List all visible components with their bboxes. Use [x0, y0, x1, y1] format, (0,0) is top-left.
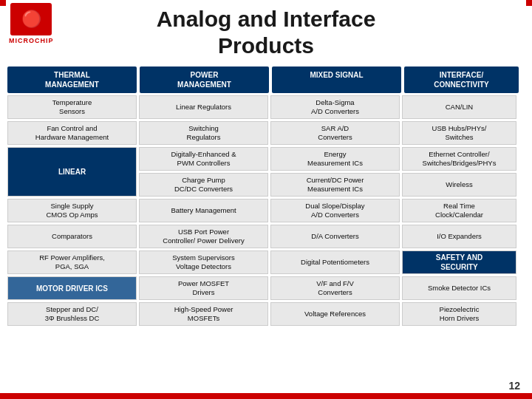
page-title: Analog and Interface Products: [157, 6, 376, 59]
header: 🔴 MICROCHIP Analog and Interface Product…: [0, 0, 532, 64]
cell-system-supervisors: System SupervisorsVoltage Detectors: [139, 250, 268, 274]
cell-smoke-detector: Smoke Detector ICs: [402, 276, 516, 300]
page: 🔴 MICROCHIP Analog and Interface Product…: [0, 0, 532, 399]
cell-digital-pots: Digital Potentiometers: [270, 250, 400, 274]
page-number: 12: [508, 380, 520, 392]
logo-text: MICROCHIP: [9, 37, 54, 44]
data-grid: TemperatureSensors Linear Regulators Del…: [7, 95, 523, 326]
cell-charge-pump: Charge PumpDC/DC Converters: [139, 173, 268, 197]
cell-pwm-controllers: Digitally-Enhanced &PWM Controllers: [139, 147, 268, 171]
cell-ethernet: Ethernet Controller/Switches/Bridges/PHY…: [402, 147, 516, 171]
cell-battery-management: Battery Management: [139, 199, 268, 222]
cell-energy-measurement: EnergyMeasurement ICs: [270, 147, 400, 171]
cell-rtc: Real TimeClock/Calendar: [402, 199, 516, 222]
cell-dual-slope: Dual Slope/DisplayA/D Converters: [270, 199, 400, 222]
cell-switching-regulators: SwitchingRegulators: [139, 121, 268, 145]
cell-dac: D/A Converters: [270, 225, 400, 248]
column-headers: THERMALMANAGEMENT POWERMANAGEMENT MIXED …: [7, 66, 523, 93]
cell-canlin: CAN/LIN: [402, 95, 516, 119]
cell-voltage-references: Voltage References: [270, 302, 400, 326]
microchip-icon: 🔴: [21, 10, 41, 29]
cell-comparators: Comparators: [7, 225, 137, 248]
cell-wireless: Wireless: [402, 173, 516, 197]
cell-linear-header: LINEAR: [7, 147, 137, 197]
cell-current-measurement: Current/DC PowerMeasurement ICs: [270, 173, 400, 197]
cell-motor-driver: MOTOR DRIVER ICs: [7, 276, 137, 300]
col-header-interface: INTERFACE/CONNECTIVITY: [404, 66, 519, 93]
cell-usb-power: USB Port PowerController/ Power Delivery: [139, 225, 268, 248]
cell-stepper-dc: Stepper and DC/3Φ Brushless DC: [7, 302, 137, 326]
logo-area: 🔴 MICROCHIP: [9, 3, 54, 44]
col-header-thermal: THERMALMANAGEMENT: [7, 66, 137, 93]
cell-mosfet-drivers: Power MOSFETDrivers: [139, 276, 268, 300]
cell-delta-sigma: Delta-SigmaA/D Converters: [270, 95, 400, 119]
cell-fan-control: Fan Control andHardware Management: [7, 121, 137, 145]
cell-high-speed-mosfets: High-Speed PowerMOSFETs: [139, 302, 268, 326]
cell-temperature-sensors: TemperatureSensors: [7, 95, 137, 119]
main-content: THERMALMANAGEMENT POWERMANAGEMENT MIXED …: [0, 64, 532, 336]
cell-piezoelectric: PiezoelectricHorn Drivers: [402, 302, 516, 326]
cell-usb-hubs: USB Hubs/PHYs/Switches: [402, 121, 516, 145]
cell-rf-amplifiers: RF Power Amplifiers,PGA, SGA: [7, 250, 137, 274]
logo-box: 🔴: [10, 3, 52, 35]
cell-safety-security: SAFETY ANDSECURITY: [402, 250, 516, 274]
cell-cmos-op-amps: Single SupplyCMOS Op Amps: [7, 199, 137, 222]
cell-io-expanders: I/O Expanders: [402, 225, 516, 248]
cell-sar-adc: SAR A/DConverters: [270, 121, 400, 145]
col-header-mixed: MIXED SIGNAL: [272, 66, 401, 93]
col-header-power: POWERMANAGEMENT: [140, 66, 269, 93]
cell-vf-converters: V/F and F/VConverters: [270, 276, 400, 300]
cell-linear-regulators: Linear Regulators: [139, 95, 268, 119]
